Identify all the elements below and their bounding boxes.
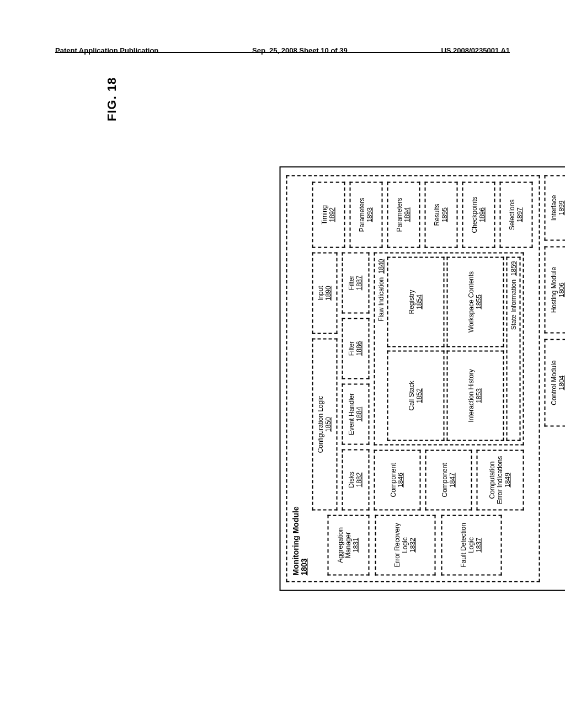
bottom-row: Control Module 1804 Hosting Module 1806 … (545, 175, 566, 582)
figure-label: FIG. 18 (105, 77, 119, 121)
hosting-module: Hosting Module 1806 (545, 246, 566, 333)
registry: Registry 1854 (387, 257, 444, 347)
interface: Interface 1899 (545, 175, 566, 241)
col-center: Configuration Logic 1850 Input 1890 Disk… (312, 253, 532, 511)
timing: Timing 1892 (312, 182, 345, 248)
computation-error-indications: Computation Error Indications 1849 (477, 450, 524, 511)
error-recovery-logic: Error Recovery Logic 1832 (375, 515, 435, 576)
component-1846: Component 1846 (374, 450, 420, 511)
event-handler: Event Handler 1884 (342, 384, 369, 445)
selections: Selections 1897 (499, 182, 532, 248)
hdr-left: Patent Application Publication (55, 46, 158, 52)
col-left: Aggregation Manager 1831 Error Recovery … (312, 515, 532, 576)
parameters-1894: Parameters 1894 (387, 182, 420, 248)
diagram: Monitoring Module 1803 Aggregation Manag… (280, 167, 298, 591)
state-information: State Information 1859 (506, 257, 520, 441)
interaction-history: Interaction History 1853 (446, 351, 504, 441)
flaw-indication: Flaw Indication 1840 Call Stack 1852 Reg… (374, 253, 524, 446)
checkpoints: Checkpoints 1896 (462, 182, 495, 248)
hdr-center: Sep. 25, 2008 Sheet 10 of 39 (252, 46, 348, 52)
hdr-right: US 2008/0235001 A1 (441, 46, 510, 52)
fault-detection-logic: Fault Detection Logic 1837 (441, 515, 502, 576)
control-module: Control Module 1804 (545, 339, 566, 426)
results: Results 1895 (424, 182, 457, 248)
disks: Disks 1882 (342, 449, 369, 511)
monitoring-label: Monitoring Module 1803 (292, 182, 309, 576)
components-column: Component 1846 Component 1847 Computatio… (374, 450, 524, 511)
parameters-1893: Parameters 1893 (349, 182, 382, 248)
filter-1886: Filter 1886 (342, 318, 369, 379)
configuration-logic: Configuration Logic 1850 (312, 339, 337, 511)
workspace-contents: Workspace Contents 1855 (446, 257, 504, 347)
page-header: Patent Application Publication Sep. 25, … (55, 46, 510, 53)
monitoring-module: Monitoring Module 1803 Aggregation Manag… (286, 175, 540, 582)
call-stack: Call Stack 1852 (387, 351, 444, 441)
input-box: Input 1890 (312, 253, 337, 334)
col-right: Timing 1892 Parameters 1893 Parameters 1… (312, 182, 532, 248)
aggregation-manager: Aggregation Manager 1831 (327, 515, 369, 576)
filter-1887: Filter 1887 (342, 253, 369, 314)
system-box: Monitoring Module 1803 Aggregation Manag… (280, 167, 566, 591)
component-1847: Component 1847 (425, 450, 472, 511)
